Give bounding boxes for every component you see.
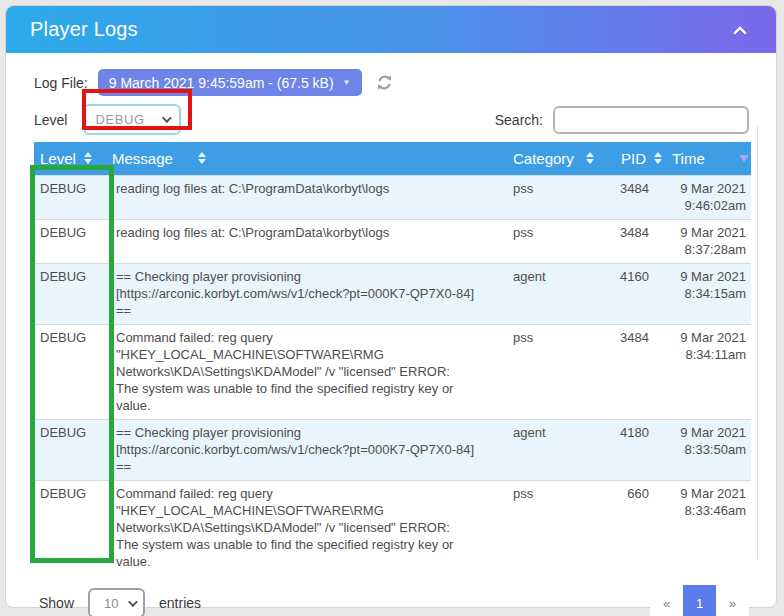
page-size-value: 10 [104,596,128,611]
log-table-header: Level Message Category PID [34,142,751,175]
chevron-down-icon [128,597,138,607]
cell-level: DEBUG [34,263,112,324]
panel-header: Player Logs [6,6,776,53]
panel-title: Player Logs [30,18,730,41]
sort-icon [654,152,662,164]
table-right-edge [757,126,758,558]
logfile-label: Log File: [34,75,88,91]
entries-label: entries [159,595,201,611]
filter-row: Level DEBUG Search: [34,104,749,135]
column-header-time[interactable]: Time [666,142,751,175]
cell-pid: 4160 [611,263,666,324]
sort-desc-icon [739,155,749,162]
sort-icon [586,152,594,164]
cell-category: pss [505,175,611,219]
chevron-down-icon [162,113,172,123]
show-label: Show [39,595,74,611]
search-label: Search: [495,112,543,128]
column-header-level[interactable]: Level [34,142,112,175]
column-header-message[interactable]: Message [112,142,505,175]
pagination-next-button[interactable]: » [716,585,749,616]
column-label: Message [112,150,173,167]
cell-pid: 3484 [611,175,666,219]
cell-time: 9 Mar 2021 8:33:46am [666,480,751,575]
cell-time: 9 Mar 2021 8:34:11am [666,324,751,419]
table-row: DEBUG reading log files at: C:\ProgramDa… [34,175,751,219]
column-label: Time [672,150,705,167]
chevron-up-icon [733,25,747,39]
cell-category: pss [505,324,611,419]
table-footer: Show 10 entries « 1 » [34,585,749,616]
panel-content: Log File: 9 March 2021 9:45:59am - (67.5… [6,53,776,616]
cell-time: 9 Mar 2021 9:46:02am [666,175,751,219]
level-select[interactable]: DEBUG [83,104,181,135]
cell-pid: 660 [611,480,666,575]
column-label: PID [621,150,646,167]
log-table-rows: DEBUG reading log files at: C:\ProgramDa… [34,175,751,575]
caret-down-icon: ▼ [343,78,351,87]
table-row: DEBUG Command failed: reg query "HKEY_LO… [34,480,751,575]
player-logs-panel: Player Logs Log File: 9 March 2021 9:45:… [5,5,777,608]
collapse-button[interactable] [730,20,750,40]
cell-message: == Checking player provisioning [https:/… [112,419,505,480]
table-row: DEBUG == Checking player provisioning [h… [34,263,751,324]
cell-category: pss [505,219,611,263]
log-table: Level Message Category PID [34,142,751,575]
level-select-value: DEBUG [95,112,162,127]
cell-message: reading log files at: C:\ProgramData\kor… [112,219,505,263]
page-size-select[interactable]: 10 [88,588,145,616]
cell-level: DEBUG [34,219,112,263]
refresh-icon [375,73,394,92]
table-row: DEBUG reading log files at: C:\ProgramDa… [34,219,751,263]
cell-pid: 4180 [611,419,666,480]
logfile-dropdown-value: 9 March 2021 9:45:59am - (67.5 kB) [109,75,334,91]
cell-message: == Checking player provisioning [https:/… [112,263,505,324]
table-row: DEBUG == Checking player provisioning [h… [34,419,751,480]
page: Player Logs Log File: 9 March 2021 9:45:… [0,0,784,616]
cell-level: DEBUG [34,175,112,219]
logfile-dropdown[interactable]: 9 March 2021 9:45:59am - (67.5 kB) ▼ [98,69,362,96]
cell-message: reading log files at: C:\ProgramData\kor… [112,175,505,219]
search-input[interactable] [553,106,749,134]
cell-message: Command failed: reg query "HKEY_LOCAL_MA… [112,324,505,419]
cell-level: DEBUG [34,324,112,419]
cell-level: DEBUG [34,480,112,575]
cell-category: agent [505,419,611,480]
column-label: Category [513,150,574,167]
pagination-page-1[interactable]: 1 [683,585,716,616]
cell-message: Command failed: reg query "HKEY_LOCAL_MA… [112,480,505,575]
pagination: « 1 » [650,585,749,616]
cell-time: 9 Mar 2021 8:33:50am [666,419,751,480]
sort-icon [198,152,206,164]
column-header-pid[interactable]: PID [611,142,666,175]
cell-category: agent [505,263,611,324]
refresh-button[interactable] [375,73,394,92]
search-group: Search: [495,106,749,134]
column-label: Level [40,150,76,167]
cell-category: pss [505,480,611,575]
logfile-row: Log File: 9 March 2021 9:45:59am - (67.5… [34,69,749,96]
cell-pid: 3484 [611,324,666,419]
cell-pid: 3484 [611,219,666,263]
cell-time: 9 Mar 2021 8:37:28am [666,219,751,263]
cell-level: DEBUG [34,419,112,480]
cell-time: 9 Mar 2021 8:34:15am [666,263,751,324]
pagination-prev-button[interactable]: « [650,585,683,616]
sort-icon [84,152,92,164]
column-header-category[interactable]: Category [505,142,611,175]
table-row: DEBUG Command failed: reg query "HKEY_LO… [34,324,751,419]
level-label: Level [34,112,67,128]
